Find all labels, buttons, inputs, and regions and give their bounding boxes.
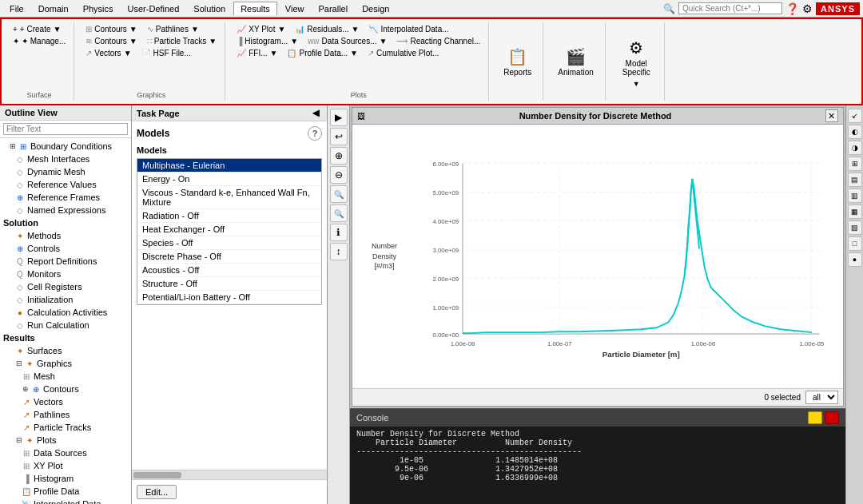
tree-histogram[interactable]: ▐ Histogram	[2, 472, 129, 485]
right-icon-5[interactable]: ▥	[848, 189, 862, 203]
model-specific-btn[interactable]: ⚙ Model Specific	[616, 35, 657, 80]
console-red-btn[interactable]	[825, 411, 839, 424]
sidebar-icon-0[interactable]: ▶	[330, 109, 348, 126]
tree-profile-data[interactable]: 📋 Profile Data	[2, 485, 129, 498]
right-icon-9[interactable]: ●	[848, 252, 862, 267]
chart-close-btn[interactable]: ✕	[825, 109, 838, 122]
tree-cell-registers[interactable]: ◇ Cell Registers	[2, 280, 129, 293]
sidebar-icon-4[interactable]: 🔍	[330, 185, 348, 203]
tree-pathlines-result[interactable]: ↗ Pathlines	[2, 408, 129, 421]
mesh-btn[interactable]: ⊞ Contours ▼	[82, 24, 140, 34]
task-scroll-thumb[interactable]	[133, 472, 181, 478]
edit-button[interactable]: Edit...	[137, 485, 177, 499]
tree-particle-tracks-result[interactable]: ↗ Particle Tracks	[2, 421, 129, 434]
all-dropdown[interactable]: all	[805, 391, 838, 404]
menu-user-defined[interactable]: User-Defined	[121, 2, 186, 15]
menu-parallel[interactable]: Parallel	[312, 2, 354, 15]
search-input[interactable]	[678, 2, 782, 14]
filter-input[interactable]	[3, 123, 128, 135]
pathlines-btn[interactable]: ∿ Pathlines ▼	[144, 24, 202, 34]
tree-dynamic-mesh[interactable]: ◇ Dynamic Mesh	[2, 165, 129, 178]
data-sources-btn[interactable]: 📊 Residuals... ▼	[292, 24, 362, 34]
menu-physics[interactable]: Physics	[77, 2, 120, 15]
tree-contours[interactable]: ⊕ ⊕ Contours	[2, 383, 129, 395]
tree-mesh-result[interactable]: ⊞ Mesh	[2, 370, 129, 383]
sidebar-icon-5[interactable]: 🔍	[330, 204, 348, 222]
model-item-4[interactable]: Heat Exchanger - Off	[137, 223, 321, 236]
reacting-btn[interactable]: ⟶ Reacting Channel...	[393, 36, 483, 46]
task-scrollbar[interactable]	[132, 470, 327, 479]
model-item-9[interactable]: Potential/Li-ion Battery - Off	[137, 291, 321, 304]
menu-file[interactable]: File	[3, 2, 30, 15]
sidebar-icon-3[interactable]: ⊖	[330, 166, 348, 184]
right-icon-1[interactable]: ◐	[848, 125, 862, 139]
ffi-btn[interactable]: ww Data Sources... ▼	[304, 36, 390, 46]
hsf-btn[interactable]: 📄 HSF File...	[138, 48, 194, 58]
menu-results[interactable]: Results	[233, 2, 277, 15]
residuals-btn[interactable]: 📈 FFI... ▼	[233, 48, 280, 58]
task-panel-collapse-btn[interactable]: ◀	[309, 108, 322, 118]
surface-manage-btn[interactable]: ✦ ✦ Manage...	[10, 36, 69, 46]
particle-tracks-btn[interactable]: ∷ Particle Tracks ▼	[144, 36, 220, 46]
tree-initialization[interactable]: ◇ Initialization	[2, 293, 129, 306]
tree-surfaces[interactable]: ✦ Surfaces	[2, 344, 129, 357]
surface-create-btn[interactable]: + + Create ▼	[10, 24, 69, 34]
tree-plots[interactable]: ⊟ ✦ Plots	[2, 434, 129, 446]
menu-design[interactable]: Design	[356, 2, 396, 15]
tree-graphics[interactable]: ⊟ ✦ Graphics	[2, 357, 129, 370]
profile-data-btn[interactable]: 📋 Profile Data... ▼	[284, 48, 361, 58]
tree-run-calc[interactable]: ◇ Run Calculation	[2, 319, 129, 331]
tree-data-sources[interactable]: ⊞ Data Sources	[2, 446, 129, 459]
interpolated-btn[interactable]: 📉 Interpolated Data...	[365, 24, 451, 34]
right-icon-3[interactable]: ⊞	[848, 157, 862, 171]
right-icon-2[interactable]: ◑	[848, 141, 862, 155]
model-item-6[interactable]: Discrete Phase - Off	[137, 250, 321, 264]
model-item-2[interactable]: Viscous - Standard k-e, Enhanced Wall Fn…	[137, 186, 321, 209]
tree-reference-values[interactable]: ◇ Reference Values	[2, 178, 129, 191]
tree-controls[interactable]: ⊕ Controls	[2, 242, 129, 255]
right-icon-0[interactable]: ↙	[848, 109, 862, 123]
sidebar-icon-1[interactable]: ↩	[330, 128, 348, 145]
right-icon-7[interactable]: ▨	[848, 220, 862, 235]
console-yellow-btn[interactable]	[808, 411, 822, 424]
model-item-5[interactable]: Species - Off	[137, 236, 321, 250]
settings-icon[interactable]: ⚙	[802, 2, 813, 15]
cumulative-btn[interactable]: ↗ Cumulative Plot...	[364, 48, 442, 58]
tree-methods[interactable]: ✦ Methods	[2, 229, 129, 242]
tree-reference-frames[interactable]: ⊕ Reference Frames	[2, 191, 129, 204]
reports-btn[interactable]: 📋 Reports	[497, 44, 538, 80]
tree-boundary-conditions[interactable]: ⊞ ⊞ Boundary Conditions	[2, 140, 129, 153]
tree-monitors[interactable]: Q Monitors	[2, 268, 129, 280]
help-icon[interactable]: ❓	[785, 2, 799, 15]
sidebar-icon-7[interactable]: ↕	[330, 243, 348, 260]
menu-view[interactable]: View	[279, 2, 311, 15]
tree-calc-activities[interactable]: ● Calculation Activities	[2, 306, 129, 319]
model-item-3[interactable]: Radiation - Off	[137, 209, 321, 223]
xy-plot-btn[interactable]: 📈 XY Plot ▼	[233, 24, 288, 34]
model-item-7[interactable]: Acoustics - Off	[137, 264, 321, 277]
model-item-1[interactable]: Energy - On	[137, 173, 321, 186]
menu-solution[interactable]: Solution	[187, 2, 232, 15]
animation-btn[interactable]: 🎬 Animation	[551, 44, 599, 80]
tree-xy-plot[interactable]: ⊞ XY Plot	[2, 459, 129, 472]
tree-interpolated-data[interactable]: 📉 Interpolated Data	[2, 498, 129, 504]
tree-vectors-result[interactable]: ↗ Vectors	[2, 395, 129, 408]
right-icon-6[interactable]: ▦	[848, 204, 862, 219]
right-icon-8[interactable]: □	[848, 236, 862, 251]
contours-btn[interactable]: ≋ Contours ▼	[82, 36, 140, 46]
model-item-0[interactable]: Multiphase - Eulerian	[137, 159, 321, 173]
cont-icon: ⊕	[30, 383, 42, 395]
histogram-btn[interactable]: ▐ Histogram... ▼	[233, 36, 301, 46]
vectors-btn[interactable]: ↗ Vectors ▼	[82, 48, 134, 58]
model-item-8[interactable]: Structure - Off	[137, 277, 321, 291]
tree-report-definitions[interactable]: Q Report Definitions	[2, 255, 129, 268]
menu-domain[interactable]: Domain	[32, 2, 75, 15]
sidebar-icon-2[interactable]: ⊕	[330, 147, 348, 165]
graphics-row3: ↗ Vectors ▼ 📄 HSF File...	[82, 48, 220, 58]
tree-mesh-interfaces[interactable]: ◇ Mesh Interfaces	[2, 153, 129, 165]
plots-row2: ▐ Histogram... ▼ ww Data Sources... ▼ ⟶ …	[233, 36, 483, 46]
right-icon-4[interactable]: ▤	[848, 173, 862, 187]
sidebar-icon-6[interactable]: ℹ	[330, 224, 348, 241]
tree-named-expressions[interactable]: ◇ Named Expressions	[2, 204, 129, 216]
models-info-btn[interactable]: ?	[308, 126, 322, 141]
